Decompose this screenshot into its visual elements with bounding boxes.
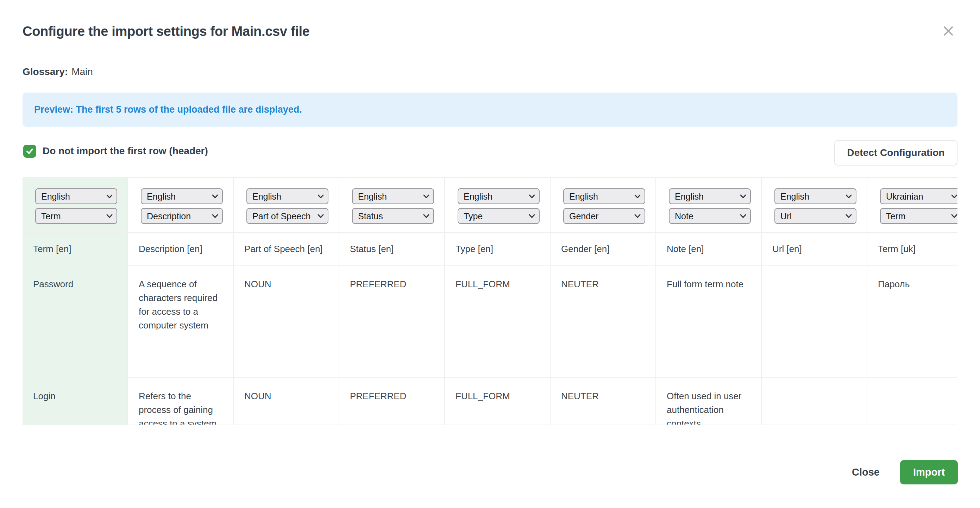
- table-cell: PREFERRED: [339, 266, 445, 377]
- field-select[interactable]: Note: [669, 208, 751, 224]
- field-select[interactable]: Gender: [563, 208, 645, 224]
- language-select-wrap: English: [563, 188, 645, 204]
- skip-header-checkbox[interactable]: [23, 145, 36, 158]
- language-select-wrap: English: [247, 188, 328, 204]
- preview-info-banner: Preview: The first 5 rows of the uploade…: [22, 92, 958, 127]
- column-mapping-cell: EnglishType: [445, 178, 550, 232]
- field-select[interactable]: Url: [775, 208, 856, 224]
- import-settings-dialog: Configure the import settings for Main.c…: [0, 0, 980, 508]
- column-mapping-row: EnglishTermEnglishDescriptionEnglishPart…: [22, 178, 958, 232]
- field-select-wrap: Description: [141, 208, 223, 224]
- field-select-wrap: Gender: [563, 208, 645, 224]
- language-select[interactable]: English: [563, 188, 645, 204]
- field-select[interactable]: Term: [880, 208, 958, 224]
- language-select-wrap: English: [775, 188, 856, 204]
- column-header: Description [en]: [128, 233, 234, 266]
- language-select-wrap: Ukrainian: [880, 188, 958, 204]
- field-select-wrap: Note: [669, 208, 751, 224]
- language-select[interactable]: English: [775, 188, 856, 204]
- column-mapping-cell: EnglishNote: [656, 178, 762, 232]
- preview-table-container: EnglishTermEnglishDescriptionEnglishPart…: [22, 177, 958, 425]
- column-mapping-cell: EnglishTerm: [22, 178, 128, 232]
- table-row: PasswordA sequence of characters require…: [22, 266, 958, 377]
- language-select-wrap: English: [35, 188, 117, 204]
- table-cell: A sequence of characters required for ac…: [128, 266, 234, 377]
- column-header: Type [en]: [445, 233, 550, 266]
- table-cell: Login: [22, 378, 128, 425]
- language-select-wrap: English: [352, 188, 434, 204]
- close-button[interactable]: Close: [844, 460, 888, 484]
- table-header-row: Term [en]Description [en]Part of Speech …: [22, 232, 958, 266]
- table-cell: Password: [22, 266, 128, 377]
- checkmark-icon: [25, 147, 34, 156]
- language-select-wrap: English: [141, 188, 223, 204]
- language-select[interactable]: English: [35, 188, 117, 204]
- column-header: Term [en]: [22, 233, 128, 266]
- language-select[interactable]: English: [247, 188, 328, 204]
- field-select-wrap: Part of Speech: [247, 208, 328, 224]
- table-cell: Often used in user authentication contex…: [656, 378, 762, 425]
- detect-configuration-button[interactable]: Detect Configuration: [834, 140, 958, 166]
- table-cell: [867, 378, 958, 425]
- column-header: Term [uk]: [867, 233, 958, 266]
- field-select-wrap: Url: [775, 208, 856, 224]
- table-cell: NOUN: [234, 266, 339, 377]
- column-header: Url [en]: [762, 233, 867, 266]
- close-dialog-button[interactable]: [939, 21, 958, 41]
- column-mapping-cell: EnglishDescription: [128, 178, 234, 232]
- field-select-wrap: Status: [352, 208, 434, 224]
- table-cell: Full form term note: [656, 266, 762, 377]
- field-select[interactable]: Part of Speech: [247, 208, 328, 224]
- language-select[interactable]: English: [141, 188, 223, 204]
- field-select[interactable]: Term: [35, 208, 117, 224]
- column-mapping-cell: EnglishStatus: [339, 178, 445, 232]
- table-cell: NEUTER: [550, 378, 656, 425]
- column-mapping-cell: EnglishUrl: [762, 178, 867, 232]
- column-header: Note [en]: [656, 233, 762, 266]
- language-select[interactable]: English: [352, 188, 434, 204]
- skip-header-checkbox-label[interactable]: Do not import the first row (header): [43, 145, 208, 157]
- preview-info-text: Preview: The first 5 rows of the uploade…: [34, 104, 302, 115]
- field-select[interactable]: Description: [141, 208, 223, 224]
- language-select-wrap: English: [458, 188, 539, 204]
- glossary-label: Glossary:: [22, 66, 68, 77]
- field-select[interactable]: Status: [352, 208, 434, 224]
- table-cell: [762, 378, 867, 425]
- field-select-wrap: Term: [35, 208, 117, 224]
- column-header: Gender [en]: [550, 233, 656, 266]
- table-cell: Refers to the process of gaining access …: [128, 378, 234, 425]
- glossary-line: Glossary:Main: [22, 66, 93, 78]
- language-select[interactable]: Ukrainian: [880, 188, 958, 204]
- table-row: LoginRefers to the process of gaining ac…: [22, 377, 958, 425]
- column-header: Status [en]: [339, 233, 445, 266]
- close-icon: [942, 25, 954, 37]
- language-select[interactable]: English: [669, 188, 751, 204]
- field-select[interactable]: Type: [458, 208, 539, 224]
- field-select-wrap: Term: [880, 208, 958, 224]
- table-cell: NEUTER: [550, 266, 656, 377]
- glossary-value: Main: [72, 66, 93, 77]
- column-mapping-cell: EnglishPart of Speech: [234, 178, 339, 232]
- import-button[interactable]: Import: [900, 460, 958, 484]
- table-cell: NOUN: [234, 378, 339, 425]
- preview-table: EnglishTermEnglishDescriptionEnglishPart…: [22, 178, 958, 425]
- field-select-wrap: Type: [458, 208, 539, 224]
- language-select[interactable]: English: [458, 188, 539, 204]
- language-select-wrap: English: [669, 188, 751, 204]
- table-cell: [762, 266, 867, 377]
- table-cell: FULL_FORM: [445, 378, 550, 425]
- table-cell: PREFERRED: [339, 378, 445, 425]
- column-mapping-cell: EnglishGender: [550, 178, 656, 232]
- column-mapping-cell: UkrainianTerm: [867, 178, 958, 232]
- column-header: Part of Speech [en]: [234, 233, 339, 266]
- table-cell: FULL_FORM: [445, 266, 550, 377]
- dialog-title: Configure the import settings for Main.c…: [22, 24, 310, 39]
- table-cell: Пароль: [867, 266, 958, 377]
